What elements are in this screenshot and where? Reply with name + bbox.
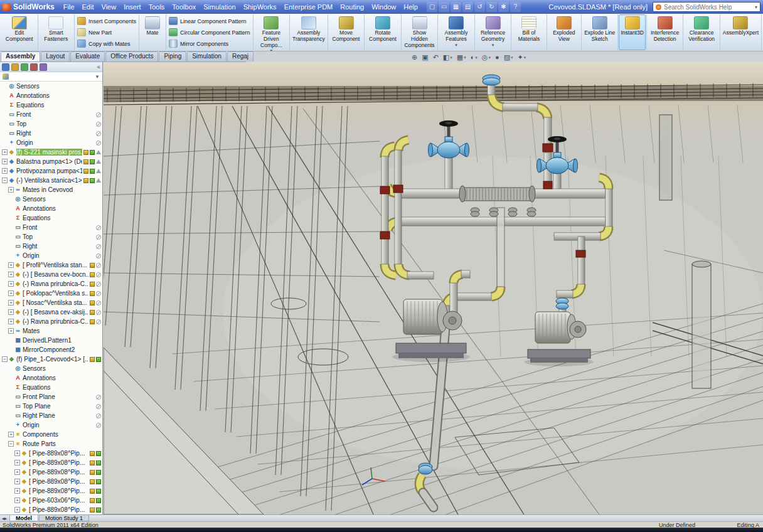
hidden-state-icon[interactable]	[96, 253, 101, 258]
expand-toggle-icon[interactable]: +	[14, 488, 20, 494]
display-pane-icon[interactable]	[96, 169, 101, 173]
component-visible-icon[interactable]	[90, 178, 95, 183]
tree-item-front-plane[interactable]: ▭Front Plane	[0, 392, 102, 402]
tree-item-protivpozarna-pumpa-1[interactable]: +◈Protivpozarna pumpa<1...	[0, 166, 102, 176]
tree-item-equations[interactable]: ΣEquations	[0, 100, 102, 110]
component-appearance-icon[interactable]	[90, 498, 95, 503]
tab-motion-study-1[interactable]: Motion Study 1	[39, 515, 89, 521]
expand-toggle-icon[interactable]: +	[8, 300, 14, 306]
flange-pump2b[interactable]	[556, 303, 568, 309]
help-search-box[interactable]: ▾	[653, 2, 760, 12]
dropdown-caret-icon[interactable]: ▾	[488, 55, 491, 60]
mirror-components-button[interactable]: Mirror Components	[169, 38, 250, 49]
featuremanager-icon[interactable]	[2, 63, 9, 71]
menu-view[interactable]: View	[98, 1, 120, 13]
expand-toggle-icon[interactable]: +	[8, 432, 14, 437]
pipe-coupling[interactable]	[380, 186, 390, 194]
instant3d-button[interactable]: Instant3D	[619, 14, 645, 50]
new-doc-icon[interactable]: ▢	[427, 2, 437, 12]
component-visible-icon[interactable]	[96, 489, 101, 494]
expand-toggle-icon[interactable]: +	[8, 272, 14, 277]
assemblyxpert-button[interactable]: AssemblyXpert	[721, 14, 760, 50]
hidden-state-icon[interactable]	[96, 235, 101, 240]
expand-toggle-icon[interactable]: +	[14, 507, 20, 513]
hidden-state-icon[interactable]	[96, 112, 101, 117]
tree-item-components[interactable]: +■Components	[0, 430, 102, 439]
hidden-state-icon[interactable]	[96, 141, 101, 146]
component-visible-icon[interactable]	[90, 169, 95, 174]
component-visible-icon[interactable]	[90, 150, 95, 155]
pipe-segment[interactable]	[488, 85, 495, 95]
expand-toggle-icon[interactable]: +	[8, 281, 14, 287]
component-visible-icon[interactable]	[96, 460, 101, 466]
reference-geometry-button[interactable]: Reference Geometry▾	[476, 14, 511, 50]
menu-edit[interactable]: Edit	[78, 1, 98, 13]
component-appearance-icon[interactable]	[90, 451, 95, 456]
mate-button[interactable]: Mate	[140, 14, 165, 50]
menu-help[interactable]: Help	[400, 1, 422, 13]
tree-item-f-s-221-masinski-pros[interactable]: +◆(f) S-221 masinski pros...	[0, 147, 102, 157]
assembly-features-button[interactable]: Assembly Features▾	[439, 14, 474, 50]
pipe-coupling[interactable]	[393, 185, 403, 193]
pipe-coupling[interactable]	[543, 144, 553, 152]
hidden-state-icon[interactable]	[96, 282, 101, 287]
explode-line-sketch-button[interactable]: Explode Line Sketch	[582, 14, 617, 50]
menu-simulation[interactable]: Simulation	[200, 1, 239, 13]
pipe-coupling[interactable]	[576, 250, 585, 257]
display-pane-icon[interactable]	[96, 178, 101, 183]
expand-toggle-icon[interactable]: +	[14, 450, 20, 456]
tree-item-origin[interactable]: +Origin	[0, 251, 102, 260]
component-appearance-icon[interactable]	[90, 272, 95, 277]
tree-item-origin[interactable]: +Origin	[0, 138, 102, 147]
viewport-3d-scene[interactable]	[104, 62, 763, 514]
tree-item-top[interactable]: ▭Top	[0, 232, 102, 242]
menu-tools[interactable]: Tools	[145, 1, 169, 13]
expand-toggle-icon[interactable]: +	[2, 159, 8, 164]
zoom-fit-icon[interactable]: ⊕	[412, 54, 417, 61]
expand-toggle-icon[interactable]: +	[8, 262, 14, 268]
copy-with-mates-button[interactable]: Copy with Mates	[77, 38, 136, 49]
displaymanager-icon[interactable]	[40, 63, 47, 71]
expand-toggle-icon[interactable]: +	[14, 479, 20, 484]
tree-item-mates[interactable]: +∞Mates	[0, 326, 102, 336]
tree-item-besavna-cev-aksij[interactable]: +◆(-) [ Besavna cev-aksij...	[0, 307, 102, 317]
component-visible-icon[interactable]	[96, 479, 101, 484]
dropdown-caret-icon[interactable]: ▾	[511, 55, 513, 60]
component-visible-icon[interactable]	[96, 470, 101, 475]
hidden-state-icon[interactable]	[96, 423, 101, 428]
hidden-state-icon[interactable]	[96, 263, 101, 268]
dropdown-caret-icon[interactable]: ▾	[455, 43, 457, 47]
chevron-down-icon[interactable]: ▾	[755, 4, 757, 10]
tree-item-annotations[interactable]: AAnnotations	[0, 91, 102, 100]
tree-item-pipe-889x08-pip[interactable]: +◆[ Pipe-889x08^Pip...	[0, 477, 102, 486]
hidden-state-icon[interactable]	[96, 225, 101, 230]
tab-regaj[interactable]: Regaj	[227, 51, 253, 61]
pipe-segment[interactable]	[382, 156, 388, 264]
tab-piping[interactable]: Piping	[159, 51, 186, 61]
tab-nav-icon[interactable]: ◂▸	[2, 516, 7, 521]
hidden-state-icon[interactable]	[96, 122, 101, 127]
tree-item-annotations[interactable]: AAnnotations	[0, 204, 102, 213]
dropdown-caret-icon[interactable]: ▾	[475, 55, 478, 60]
component-appearance-icon[interactable]	[90, 460, 95, 466]
tree-item-ravna-prirubnica-c[interactable]: +◆(-) Ravna prirubnica-C...	[0, 317, 102, 326]
circular-pattern-button[interactable]: Circular Component Pattern	[169, 27, 250, 38]
branch-flange[interactable]	[508, 211, 517, 216]
edit-component-button[interactable]: Edit Component	[2, 14, 37, 50]
tree-item-annotations[interactable]: AAnnotations	[0, 373, 102, 383]
hide-show-items-icon[interactable]: ◎▾	[482, 54, 491, 61]
menu-window[interactable]: Window	[368, 1, 400, 13]
expand-toggle-icon[interactable]: +	[8, 328, 14, 334]
component-appearance-icon[interactable]	[90, 319, 95, 324]
apply-scene-icon[interactable]: ▨▾	[504, 54, 513, 61]
expand-toggle-icon[interactable]: +	[2, 149, 8, 155]
configurationmanager-icon[interactable]	[21, 63, 28, 71]
tree-item-equations[interactable]: ΣEquations	[0, 213, 102, 223]
chevron-down-icon[interactable]: ▼	[95, 74, 100, 80]
pipe-segment[interactable]	[455, 293, 491, 301]
tree-item-mirrorcomponent2[interactable]: ▦MirrorComponent2	[0, 345, 102, 354]
tab-simulation[interactable]: Simulation	[187, 51, 227, 61]
expand-toggle-icon[interactable]: +	[14, 469, 20, 475]
component-appearance-icon[interactable]	[90, 301, 95, 306]
expand-toggle-icon[interactable]: +	[8, 319, 14, 324]
